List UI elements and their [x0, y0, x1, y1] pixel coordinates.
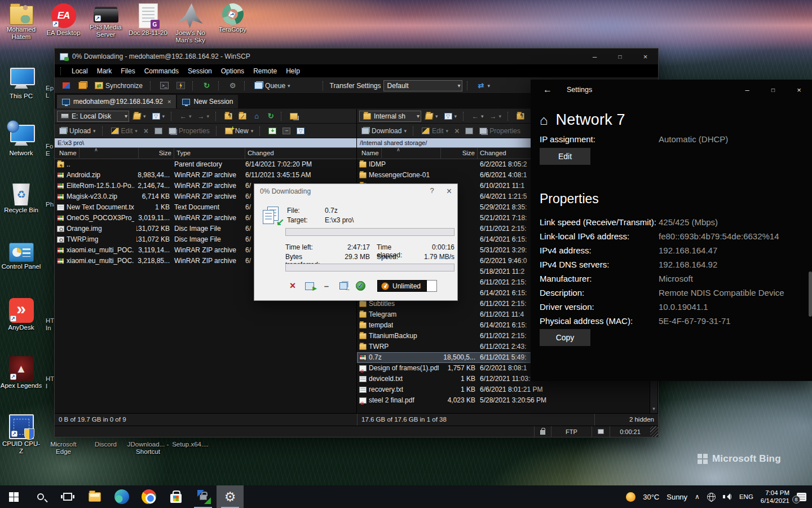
back-button[interactable]: [178, 111, 194, 121]
settings-taskbar-button[interactable]: [217, 485, 244, 508]
local-drive-combo[interactable]: E: Local Disk: [57, 111, 129, 122]
new-session-tab[interactable]: New Session: [177, 95, 238, 108]
file-row[interactable]: steel 2 final.pdf4,023 KB5/28/2021 3:20:…: [357, 395, 650, 406]
microsoft-store-button[interactable]: [162, 485, 189, 508]
back-button[interactable]: [470, 111, 486, 121]
menu-item[interactable]: Help: [281, 65, 304, 77]
unselect-button[interactable]: −: [280, 126, 293, 135]
close-button[interactable]: [786, 80, 812, 100]
properties-button[interactable]: Properties: [166, 126, 212, 136]
start-button[interactable]: [0, 485, 27, 508]
dialog-titlebar[interactable]: 0% Downloading: [254, 184, 457, 199]
tray-overflow-chevron[interactable]: [695, 493, 700, 501]
desktop-icon-network[interactable]: Network: [0, 124, 42, 182]
session-tab[interactable]: medohatem@192.168.164.92: [57, 95, 176, 108]
desktop-icon-anydesk[interactable]: AnyDesk: [0, 298, 42, 356]
transfer-settings-button[interactable]: [338, 281, 349, 291]
close-tab-icon[interactable]: [167, 98, 171, 105]
desktop-icon-ship[interactable]: Joew's No Man's Sky: [169, 3, 211, 49]
file-row[interactable]: recovery.txt1 KB6/6/2021 8:01:21 PM: [357, 384, 650, 395]
commander-view-button[interactable]: [59, 80, 73, 91]
file-row[interactable]: Android.zip8,983,44...WinRAR ZIP archive…: [55, 170, 356, 181]
terminal-indicator[interactable]: [592, 426, 610, 437]
skip-file-button[interactable]: [304, 281, 315, 291]
edit-ip-button[interactable]: Edit: [540, 148, 590, 165]
minimize-button[interactable]: [582, 49, 607, 64]
edit-button[interactable]: Edit: [109, 126, 140, 136]
speed-limit-combo[interactable]: Unlimited: [377, 280, 437, 292]
menu-item[interactable]: Commands: [140, 65, 183, 77]
tree-button[interactable]: [288, 112, 300, 121]
winscp-titlebar[interactable]: 0% Downloading - medohatem@192.168.164.9…: [55, 49, 658, 64]
maximize-button[interactable]: [607, 49, 633, 64]
settings-titlebar[interactable]: Settings: [531, 80, 812, 100]
desktop-icon-ps3[interactable]: PS3 Media Server: [85, 3, 127, 49]
local-path-bar[interactable]: E:\x3 pro\: [55, 138, 356, 148]
column-name[interactable]: Name: [55, 148, 139, 159]
desktop-icon-cpuz[interactable]: CPUID CPU-Z: [0, 414, 42, 472]
settings-scrollbar-thumb[interactable]: [809, 271, 812, 317]
weather-temperature[interactable]: 30°C: [643, 493, 659, 501]
upload-button[interactable]: Upload: [57, 126, 98, 136]
resize-grip[interactable]: [650, 426, 658, 437]
dialog-close-button[interactable]: [447, 186, 452, 196]
desktop-icon-gdoc[interactable]: Doc 28-11-20: [127, 3, 169, 49]
explorer-view-button[interactable]: [76, 80, 90, 91]
lock-indicator[interactable]: [534, 426, 551, 437]
column-name[interactable]: Name: [357, 148, 441, 159]
language-indicator[interactable]: ENG: [739, 493, 753, 500]
menu-item[interactable]: Session: [183, 65, 217, 77]
column-size[interactable]: Size: [441, 148, 478, 159]
refresh-panel-button[interactable]: [264, 112, 277, 121]
commands-button[interactable]: [174, 80, 188, 91]
file-row[interactable]: ..Parent directory6/14/2021 7:02:20 PM: [55, 159, 356, 170]
search-button[interactable]: [27, 485, 54, 508]
properties-button[interactable]: Properties: [477, 126, 523, 136]
transfer-settings-combo[interactable]: Default: [383, 80, 462, 91]
rename-button[interactable]: [463, 126, 475, 135]
filter-button[interactable]: [150, 112, 167, 121]
menu-item[interactable]: Options: [217, 65, 249, 77]
desktop-icon-ea[interactable]: EA Desktop: [42, 3, 85, 49]
desktop-icon-apex[interactable]: Apex Legends: [0, 356, 42, 414]
close-button[interactable]: [633, 49, 658, 64]
edit-button[interactable]: Edit: [420, 126, 451, 136]
delete-button[interactable]: [452, 125, 461, 137]
help-button[interactable]: [430, 186, 434, 196]
network-globe-icon[interactable]: [707, 493, 716, 501]
copy-properties-button[interactable]: Copy: [540, 329, 590, 346]
root-directory-button[interactable]: [236, 112, 249, 121]
desktop-icon-thispc[interactable]: This PC: [0, 65, 42, 124]
column-size[interactable]: Size: [139, 148, 174, 159]
remote-drive-combo[interactable]: Internal sh: [359, 111, 421, 122]
select-button[interactable]: +: [266, 126, 279, 135]
desktop-icon-teracopy[interactable]: TeraCopy: [211, 3, 254, 49]
forward-button[interactable]: [196, 111, 212, 121]
new-button[interactable]: New: [223, 126, 256, 136]
refresh-button[interactable]: [200, 80, 214, 91]
chrome-button[interactable]: [135, 485, 162, 508]
weather-condition[interactable]: Sunny: [667, 493, 687, 501]
filter-button[interactable]: [442, 112, 460, 121]
selection-filter-button[interactable]: [294, 126, 307, 135]
speed-limit-dropdown[interactable]: [427, 280, 437, 292]
forward-button[interactable]: [488, 111, 504, 121]
transfer-ok-button[interactable]: [355, 281, 366, 291]
edge-button[interactable]: [108, 485, 135, 508]
desktop-icon-controlpanel[interactable]: Control Panel: [0, 240, 42, 298]
queue-button[interactable]: Queue: [251, 80, 293, 91]
cancel-transfer-button[interactable]: ×: [287, 281, 298, 291]
maximize-button[interactable]: [760, 80, 786, 100]
column-changed[interactable]: Changed: [245, 148, 356, 159]
transfer-options-button[interactable]: [474, 80, 493, 91]
column-type[interactable]: Type: [174, 148, 245, 159]
menu-item[interactable]: Files: [116, 65, 139, 77]
minimize-button[interactable]: [734, 80, 760, 100]
preferences-button[interactable]: [226, 80, 240, 91]
synchronize-button[interactable]: Synchronize: [92, 80, 145, 91]
speaker-icon[interactable]: [723, 493, 732, 501]
open-directory-button[interactable]: [131, 112, 148, 121]
minimize-dialog-button[interactable]: –: [321, 281, 332, 291]
menu-item[interactable]: Remote: [249, 65, 281, 77]
home-directory-button[interactable]: [250, 112, 263, 121]
